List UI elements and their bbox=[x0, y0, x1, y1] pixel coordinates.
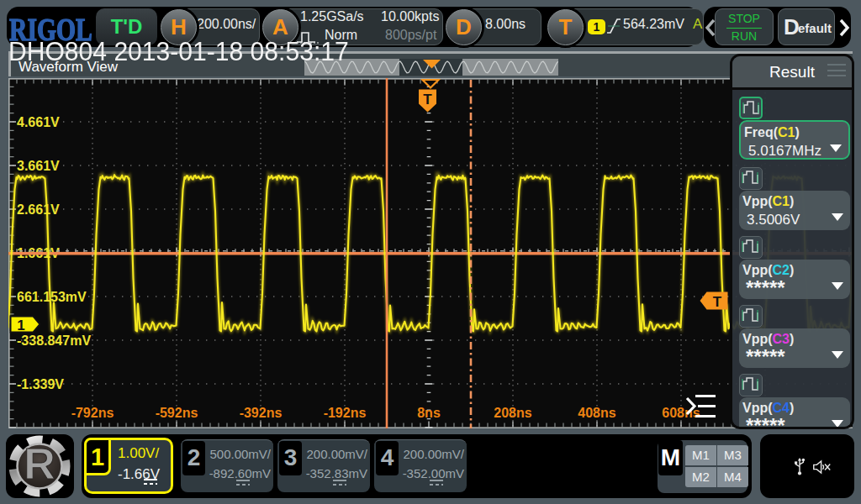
svg-text:-1.339V: -1.339V bbox=[17, 377, 64, 391]
svg-text:-192ns: -192ns bbox=[324, 406, 367, 420]
svg-text:208ns: 208ns bbox=[494, 406, 531, 420]
svg-text:-338.847mV: -338.847mV bbox=[17, 333, 91, 348]
svg-text:-392ns: -392ns bbox=[240, 406, 283, 420]
svg-text:R: R bbox=[24, 439, 55, 488]
svg-text:T: T bbox=[713, 294, 722, 310]
svg-text:-592ns: -592ns bbox=[156, 406, 198, 420]
svg-text:-792ns: -792ns bbox=[71, 406, 114, 420]
svg-text:408ns: 408ns bbox=[578, 406, 615, 420]
svg-text:2.661V: 2.661V bbox=[17, 202, 60, 217]
svg-text:1: 1 bbox=[17, 318, 24, 333]
svg-text:4.661V: 4.661V bbox=[17, 115, 60, 129]
svg-text:T: T bbox=[423, 92, 432, 108]
svg-text:8ns: 8ns bbox=[417, 406, 441, 420]
svg-text:3.661V: 3.661V bbox=[17, 159, 60, 173]
